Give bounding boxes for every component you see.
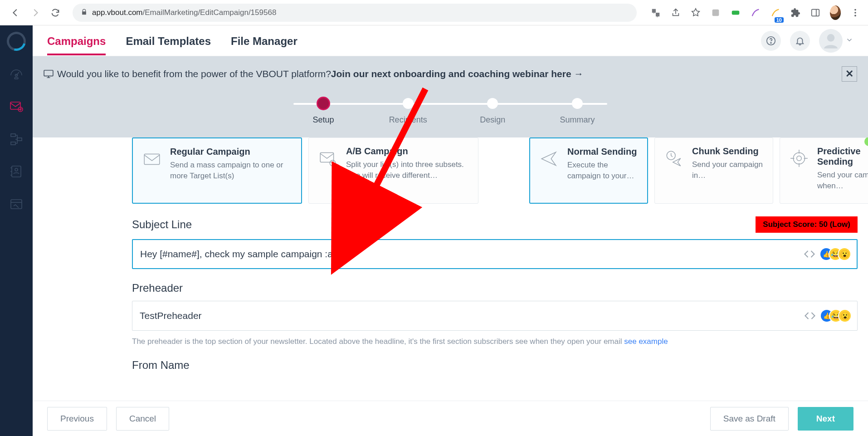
card-desc: Split your list(s) into three subsets. T… bbox=[346, 159, 469, 181]
forward-button[interactable] bbox=[26, 4, 44, 22]
back-button[interactable] bbox=[6, 4, 24, 22]
ext-icon-3[interactable] bbox=[750, 7, 761, 18]
tab-filemanager[interactable]: File Manager bbox=[231, 27, 297, 55]
svg-point-4 bbox=[854, 9, 856, 10]
reload-button[interactable] bbox=[46, 4, 64, 22]
emoji-picker[interactable] bbox=[824, 310, 851, 322]
browser-chrome: app.vbout.com/EmailMarketing/EditCampaig… bbox=[0, 0, 868, 25]
card-predictive-sending[interactable]: Active Predictive SendingSend your campa… bbox=[780, 137, 868, 204]
ext-icon-4[interactable]: 10 bbox=[770, 7, 781, 18]
url-host: app.vbout.com/EmailMarketing/EditCampaig… bbox=[92, 8, 276, 17]
preheader-input[interactable] bbox=[139, 310, 796, 322]
card-ab-campaign[interactable]: A/B CampaignSplit your list(s) into thre… bbox=[308, 137, 478, 204]
profile-avatar[interactable] bbox=[830, 7, 841, 18]
active-badge: Active bbox=[864, 137, 868, 146]
monitor-icon bbox=[44, 70, 54, 78]
bookmark-star-icon[interactable] bbox=[690, 7, 701, 18]
sidebar-automation[interactable] bbox=[6, 129, 26, 149]
ext-badge: 10 bbox=[775, 17, 784, 23]
card-desc: Send your campaign in… bbox=[692, 159, 764, 181]
svg-point-15 bbox=[15, 168, 18, 171]
step-summary[interactable]: Summary bbox=[541, 98, 614, 125]
svg-rect-21 bbox=[144, 154, 160, 165]
lock-icon bbox=[81, 9, 88, 17]
ext-icon-2[interactable] bbox=[730, 7, 741, 18]
sidebar-builder[interactable] bbox=[6, 194, 26, 214]
notifications-button[interactable] bbox=[790, 31, 810, 51]
sidebar-contacts[interactable] bbox=[6, 162, 26, 181]
svg-rect-8 bbox=[15, 78, 18, 79]
svg-point-26 bbox=[797, 156, 802, 161]
subject-score-badge: Subject Score: 50 (Low) bbox=[756, 216, 858, 233]
envelope-icon bbox=[142, 147, 162, 195]
onboarding-banner: Would you like to benefit from the power… bbox=[44, 56, 857, 92]
user-avatar-icon bbox=[819, 29, 843, 53]
svg-rect-14 bbox=[12, 166, 21, 177]
sidebar-dashboard[interactable] bbox=[6, 64, 26, 83]
see-example-link[interactable]: see example bbox=[624, 337, 668, 346]
svg-rect-13 bbox=[11, 142, 15, 145]
wizard-stepper: Setup Recipients Design Summary bbox=[44, 92, 857, 137]
card-normal-sending[interactable]: Normal SendingExecute the campaign to yo… bbox=[529, 137, 648, 204]
banner-close[interactable]: ✕ bbox=[842, 66, 857, 82]
shortcode-icon[interactable] bbox=[803, 248, 816, 260]
card-title: Chunk Sending bbox=[692, 146, 764, 157]
extensions-icon[interactable] bbox=[790, 7, 801, 18]
svg-rect-2 bbox=[812, 9, 819, 16]
sidebar-email[interactable] bbox=[6, 96, 26, 116]
card-desc: Send a mass campaign to one or more Targ… bbox=[170, 160, 292, 181]
card-title: A/B Campaign bbox=[346, 146, 469, 157]
app-logo[interactable] bbox=[3, 28, 29, 54]
kebab-menu-icon[interactable] bbox=[850, 7, 861, 18]
user-menu[interactable] bbox=[819, 29, 853, 53]
svg-rect-9 bbox=[10, 102, 20, 109]
card-desc: Execute the campaign to your… bbox=[567, 160, 638, 181]
svg-rect-11 bbox=[11, 134, 15, 137]
banner-link[interactable]: Join our next onboarding and coaching we… bbox=[331, 69, 584, 79]
sidepanel-icon[interactable] bbox=[810, 7, 821, 18]
tab-templates[interactable]: Email Templates bbox=[126, 27, 211, 55]
chrome-actions: 10 bbox=[650, 7, 864, 18]
preheader-label: Preheader bbox=[132, 282, 183, 294]
step-design[interactable]: Design bbox=[456, 98, 529, 125]
step-recipients[interactable]: Recipients bbox=[372, 98, 444, 125]
action-bar: Previous Cancel Save as Draft Next bbox=[33, 401, 868, 436]
svg-point-6 bbox=[854, 15, 856, 16]
chevron-down-icon bbox=[845, 36, 853, 45]
previous-button[interactable]: Previous bbox=[47, 407, 107, 431]
svg-point-5 bbox=[854, 12, 856, 14]
subject-input-wrap bbox=[132, 239, 858, 269]
svg-rect-20 bbox=[44, 70, 53, 76]
envelope-search-icon bbox=[318, 146, 338, 195]
emoji-picker[interactable] bbox=[823, 248, 850, 260]
next-button[interactable]: Next bbox=[798, 407, 853, 431]
card-desc: Send your campaign when… bbox=[817, 170, 868, 191]
card-regular-campaign[interactable]: Regular CampaignSend a mass campaign to … bbox=[132, 137, 302, 204]
send-icon bbox=[539, 147, 559, 195]
svg-rect-0 bbox=[712, 9, 719, 16]
subject-label: Subject Line bbox=[132, 218, 192, 231]
shortcode-icon[interactable] bbox=[804, 309, 816, 322]
ext-icon-1[interactable] bbox=[710, 7, 721, 18]
send-schedule-icon bbox=[664, 146, 684, 195]
banner-text: Would you like to benefit from the power… bbox=[57, 69, 331, 79]
save-draft-button[interactable]: Save as Draft bbox=[710, 407, 789, 431]
svg-rect-16 bbox=[11, 200, 22, 209]
share-icon[interactable] bbox=[670, 7, 681, 18]
tab-campaigns[interactable]: Campaigns bbox=[47, 27, 106, 55]
svg-point-18 bbox=[770, 42, 771, 43]
step-setup[interactable]: Setup bbox=[287, 98, 360, 125]
url-bar[interactable]: app.vbout.com/EmailMarketing/EditCampaig… bbox=[73, 4, 637, 22]
svg-point-19 bbox=[827, 34, 835, 42]
card-title: Predictive Sending bbox=[817, 146, 868, 167]
cancel-button[interactable]: Cancel bbox=[116, 407, 169, 431]
help-button[interactable] bbox=[761, 31, 781, 51]
svg-rect-1 bbox=[732, 10, 740, 15]
target-icon bbox=[789, 146, 809, 195]
svg-point-23 bbox=[330, 160, 336, 166]
translate-icon[interactable] bbox=[650, 7, 661, 18]
card-title: Regular Campaign bbox=[170, 147, 292, 157]
subject-input[interactable] bbox=[139, 248, 796, 260]
card-chunk-sending[interactable]: Chunk SendingSend your campaign in… bbox=[654, 137, 773, 204]
fromname-label: From Name bbox=[132, 359, 190, 371]
